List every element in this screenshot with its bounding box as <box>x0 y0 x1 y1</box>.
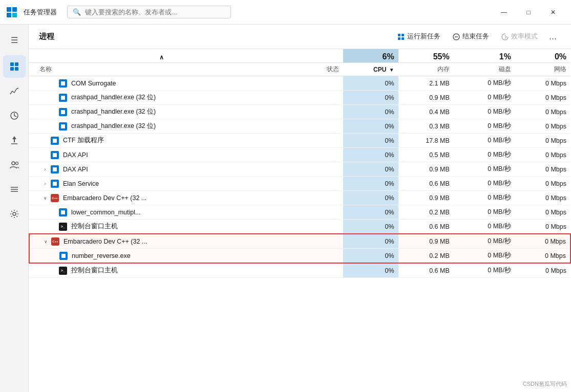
table-header-row: 名称 状态 CPU ▼ 内存 磁盘 <box>29 63 570 76</box>
process-status <box>287 191 343 205</box>
mem-pct-header[interactable]: 55% <box>398 49 454 63</box>
process-disk: 0 MB/秒 <box>454 263 515 278</box>
process-memory: 0.4 MB <box>398 105 454 119</box>
search-input[interactable] <box>85 8 225 16</box>
cpu-pct-header[interactable]: 6% <box>343 49 398 63</box>
process-icon <box>59 252 68 260</box>
process-icon: C++ <box>51 194 59 202</box>
process-network: 0 Mbps <box>515 91 570 105</box>
process-disk: 0 MB/秒 <box>454 148 515 162</box>
table-row[interactable]: crashpad_handler.exe (32 位)0%0.4 MB0 MB/… <box>29 105 570 119</box>
col-header-disk[interactable]: 磁盘 <box>454 63 515 76</box>
process-disk: 0 MB/秒 <box>454 220 515 234</box>
svg-rect-29 <box>61 210 65 214</box>
svg-rect-4 <box>10 62 14 66</box>
process-table-wrap: ∧ 6% 55% 1% 0% <box>29 49 571 392</box>
expand-button[interactable]: › <box>41 167 49 172</box>
process-icon: >_ <box>59 267 67 275</box>
sidebar-item-performance[interactable] <box>3 80 26 102</box>
process-disk: 0 MB/秒 <box>454 249 515 264</box>
process-name: Embarcadero Dev C++ (32 ... <box>63 194 146 202</box>
table-row[interactable]: ∨C++Embarcadero Dev C++ (32 ...0%0.9 MB0… <box>29 234 570 249</box>
process-cpu: 0% <box>343 119 398 134</box>
process-disk: 0 MB/秒 <box>454 234 515 249</box>
svg-rect-22 <box>61 96 65 100</box>
table-row[interactable]: crashpad_handler.exe (32 位)0%0.3 MB0 MB/… <box>29 119 570 134</box>
table-row[interactable]: CTF 加载程序0%17.8 MB0 MB/秒0 Mbps <box>29 134 570 148</box>
process-disk: 0 MB/秒 <box>454 205 515 220</box>
sidebar-item-processes[interactable] <box>3 55 26 78</box>
process-name: crashpad_handler.exe (32 位) <box>71 107 156 116</box>
run-new-task-label: 运行新任务 <box>407 32 440 41</box>
col-header-mem[interactable]: 内存 <box>398 63 454 76</box>
window-controls: — □ ✕ <box>492 4 565 20</box>
table-row[interactable]: >_控制台窗口主机0%0.6 MB0 MB/秒0 Mbps <box>29 263 570 278</box>
table-pct-row: ∧ 6% 55% 1% 0% <box>29 49 570 63</box>
sidebar-item-history[interactable] <box>3 104 26 127</box>
process-cpu: 0% <box>343 134 398 148</box>
table-row[interactable]: >_控制台窗口主机0%0.6 MB0 MB/秒0 Mbps <box>29 220 570 234</box>
app-title: 任务管理器 <box>24 8 57 17</box>
disk-pct-header[interactable]: 1% <box>454 49 515 63</box>
process-cpu: 0% <box>343 263 398 278</box>
process-icon <box>59 122 67 130</box>
search-box[interactable]: 🔍 <box>67 6 231 18</box>
table-row[interactable]: ›Elan Service0%0.6 MB0 MB/秒0 Mbps <box>29 177 570 191</box>
net-pct-header[interactable]: 0% <box>515 49 570 63</box>
end-task-button[interactable]: 结束任务 <box>448 30 494 43</box>
svg-rect-7 <box>15 67 18 71</box>
minimize-button[interactable]: — <box>492 4 516 20</box>
process-cpu: 0% <box>343 162 398 177</box>
process-name: 控制台窗口主机 <box>71 266 118 275</box>
process-status <box>287 234 343 249</box>
expand-button[interactable]: › <box>41 181 49 186</box>
process-disk: 0 MB/秒 <box>454 191 515 205</box>
svg-point-14 <box>13 212 16 215</box>
sidebar-item-menu[interactable]: ☰ <box>3 29 26 51</box>
sidebar-item-users[interactable] <box>3 154 26 176</box>
process-memory: 2.1 MB <box>398 76 454 91</box>
process-name: DAX API <box>63 151 88 159</box>
process-network: 0 Mbps <box>515 205 570 220</box>
svg-rect-24 <box>61 124 65 128</box>
end-task-icon <box>453 33 460 40</box>
svg-rect-3 <box>12 13 17 17</box>
col-header-name[interactable]: 名称 <box>29 63 287 76</box>
table-row[interactable]: COM Surrogate0%2.1 MB0 MB/秒0 Mbps <box>29 76 570 91</box>
svg-rect-6 <box>10 67 14 71</box>
process-cpu: 0% <box>343 249 398 264</box>
process-cpu: 0% <box>343 220 398 234</box>
col-header-cpu[interactable]: CPU ▼ <box>343 63 398 76</box>
table-row[interactable]: ∨C++Embarcadero Dev C++ (32 ...0%0.9 MB0… <box>29 191 570 205</box>
expand-button[interactable]: ∨ <box>41 195 49 201</box>
process-memory: 0.6 MB <box>398 177 454 191</box>
svg-rect-25 <box>53 139 57 143</box>
sidebar-item-details[interactable] <box>3 178 26 201</box>
run-new-task-button[interactable]: 运行新任务 <box>392 30 446 43</box>
sidebar-item-startup[interactable] <box>3 129 26 151</box>
maximize-button[interactable]: □ <box>517 4 540 20</box>
col-header-status[interactable]: 状态 <box>287 63 343 76</box>
process-network: 0 Mbps <box>515 191 570 205</box>
app-icon <box>6 7 17 18</box>
svg-rect-5 <box>15 62 18 66</box>
process-memory: 0.9 MB <box>398 234 454 249</box>
table-row[interactable]: lower_common_mutipl...0%0.2 MB0 MB/秒0 Mb… <box>29 205 570 220</box>
process-disk: 0 MB/秒 <box>454 105 515 119</box>
main-content: 进程 运行新任务 结束任务 <box>29 25 571 392</box>
table-row[interactable]: crashpad_handler.exe (32 位)0%0.9 MB0 MB/… <box>29 91 570 105</box>
efficiency-mode-label: 效率模式 <box>511 32 538 41</box>
efficiency-mode-button[interactable]: 效率模式 <box>496 30 543 43</box>
process-status <box>287 134 343 148</box>
col-header-net[interactable]: 网络 <box>515 63 570 76</box>
close-button[interactable]: ✕ <box>541 4 565 20</box>
sidebar-item-services[interactable] <box>3 203 26 225</box>
table-row[interactable]: ›DAX API0%0.9 MB0 MB/秒0 Mbps <box>29 162 570 177</box>
process-icon <box>51 137 59 145</box>
table-row[interactable]: DAX API0%0.5 MB0 MB/秒0 Mbps <box>29 148 570 162</box>
expand-button[interactable]: ∨ <box>42 239 49 244</box>
table-row[interactable]: number_reverse.exe0%0.2 MB0 MB/秒0 Mbps <box>29 249 570 264</box>
process-name: CTF 加载程序 <box>63 136 104 145</box>
process-icon <box>59 79 67 88</box>
more-options-button[interactable]: ... <box>545 29 561 44</box>
